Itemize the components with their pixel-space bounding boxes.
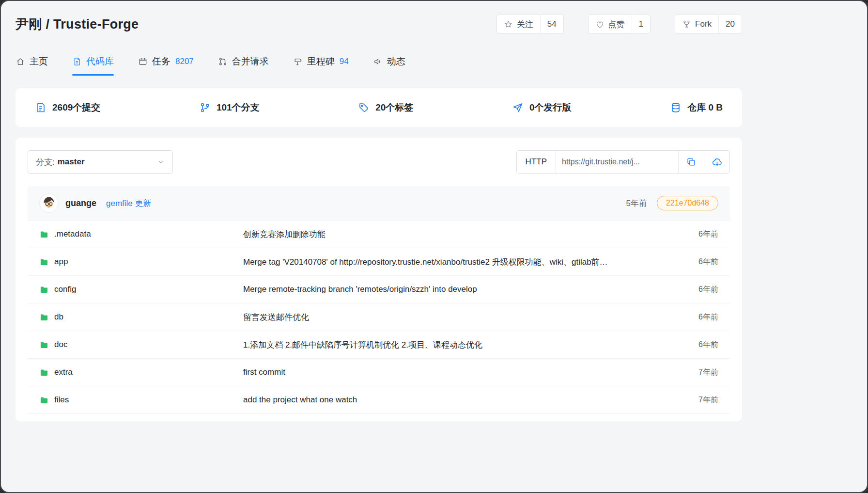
commit-sha-badge[interactable]: 221e70d648 bbox=[657, 196, 718, 210]
tab-milestones[interactable]: 里程碑 94 bbox=[293, 55, 349, 76]
table-row[interactable]: db 留言发送邮件优化 6年前 bbox=[28, 303, 730, 331]
tab-merge-requests[interactable]: 合并请求 bbox=[218, 55, 269, 76]
file-commit-time: 7年前 bbox=[684, 367, 718, 378]
stat-tags-label: 20个标签 bbox=[375, 101, 413, 114]
avatar-image bbox=[39, 193, 59, 213]
fork-icon bbox=[682, 20, 691, 29]
file-name-link[interactable]: extra bbox=[54, 367, 73, 377]
fork-label: Fork bbox=[695, 19, 712, 29]
table-row[interactable]: app Merge tag 'V20140708' of http://repo… bbox=[28, 248, 730, 275]
clone-url-field[interactable]: https://git.trustie.net/j... bbox=[556, 151, 679, 173]
stat-commits[interactable]: 2609个提交 bbox=[35, 101, 100, 114]
folder-icon bbox=[39, 340, 49, 350]
folder-icon bbox=[39, 285, 49, 294]
tab-code[interactable]: 代码库 bbox=[72, 55, 114, 76]
file-commit-time: 6年前 bbox=[684, 229, 718, 239]
file-commit-time: 6年前 bbox=[684, 312, 718, 322]
header-actions: 关注 54 点赞 1 Fork 20 bbox=[496, 15, 742, 34]
praise-button[interactable]: 点赞 1 bbox=[588, 15, 651, 34]
file-name-link[interactable]: db bbox=[54, 312, 63, 322]
tab-milestones-label: 里程碑 bbox=[307, 55, 335, 68]
watch-count[interactable]: 54 bbox=[540, 15, 563, 33]
folder-icon bbox=[39, 312, 49, 322]
branch-selector[interactable]: 分支: master bbox=[28, 150, 173, 174]
page-content: 尹刚 / Trustie-Forge 关注 54 点赞 1 bbox=[16, 1, 742, 421]
file-commit-message[interactable]: 1.添加文档 2.邮件中缺陷序号计算机制优化 2.项目、课程动态优化 bbox=[243, 339, 684, 350]
tab-activity-label: 动态 bbox=[387, 55, 405, 68]
commit-message-link[interactable]: gemfile 更新 bbox=[106, 198, 152, 209]
clone-url-group: HTTP https://git.trustie.net/j... bbox=[516, 150, 730, 174]
stat-tags[interactable]: 20个标签 bbox=[358, 101, 413, 114]
home-icon bbox=[16, 57, 25, 66]
tab-tasks[interactable]: 任务 8207 bbox=[138, 55, 194, 76]
table-row[interactable]: files add the project what one watch 7年前 bbox=[28, 386, 730, 413]
tasks-icon bbox=[138, 57, 148, 66]
tab-tasks-label: 任务 bbox=[152, 55, 170, 68]
latest-commit-bar: guange gemfile 更新 5年前 221e70d648 bbox=[28, 186, 730, 220]
file-commit-time: 6年前 bbox=[684, 340, 718, 350]
repo-tabs: 主页 代码库 任务 8207 合并请求 里程碑 94 动态 bbox=[16, 55, 742, 76]
merge-request-icon bbox=[218, 57, 228, 66]
file-commit-message[interactable]: Merge remote-tracking branch 'remotes/or… bbox=[243, 285, 684, 294]
branch-selector-label: 分支: bbox=[36, 157, 55, 168]
commit-author-link[interactable]: guange bbox=[65, 198, 96, 208]
file-commit-message[interactable]: Merge tag 'V20140708' of http://reposito… bbox=[243, 256, 684, 268]
table-row[interactable]: extra first commit 7年前 bbox=[28, 358, 730, 386]
repo-toolbar: 分支: master HTTP https://git.trustie.net/… bbox=[28, 150, 730, 174]
file-commit-message[interactable]: 留言发送邮件优化 bbox=[243, 312, 684, 323]
watch-button[interactable]: 关注 54 bbox=[496, 15, 564, 34]
database-icon bbox=[670, 102, 682, 113]
stat-branches[interactable]: 101个分支 bbox=[199, 101, 260, 114]
file-name-link[interactable]: config bbox=[54, 285, 76, 294]
table-row[interactable]: config Merge remote-tracking branch 'rem… bbox=[28, 275, 730, 303]
release-plane-icon bbox=[512, 102, 524, 113]
tab-tasks-count: 8207 bbox=[175, 57, 194, 66]
praise-count[interactable]: 1 bbox=[632, 15, 650, 33]
file-commit-time: 7年前 bbox=[684, 395, 718, 405]
page-header: 尹刚 / Trustie-Forge 关注 54 点赞 1 bbox=[16, 1, 742, 34]
tag-icon bbox=[358, 102, 370, 113]
watch-label: 关注 bbox=[517, 19, 533, 30]
tab-activity[interactable]: 动态 bbox=[373, 55, 405, 76]
heart-icon bbox=[595, 20, 604, 29]
file-commit-message[interactable]: first commit bbox=[243, 367, 684, 377]
tab-milestones-count: 94 bbox=[340, 57, 349, 66]
table-row[interactable]: .metadata 创新竞赛添加删除功能 6年前 bbox=[28, 220, 730, 248]
file-name-link[interactable]: app bbox=[54, 257, 68, 267]
copy-url-button[interactable] bbox=[679, 151, 704, 173]
folder-icon bbox=[39, 395, 49, 405]
file-name-link[interactable]: .metadata bbox=[54, 229, 91, 239]
milestone-icon bbox=[293, 57, 303, 66]
code-repo-icon bbox=[72, 57, 82, 66]
stat-releases[interactable]: 0个发行版 bbox=[512, 101, 572, 114]
file-commit-time: 6年前 bbox=[684, 257, 718, 267]
app-window: 尹刚 / Trustie-Forge 关注 54 点赞 1 bbox=[0, 0, 868, 493]
file-name-link[interactable]: doc bbox=[54, 340, 67, 350]
tab-home[interactable]: 主页 bbox=[16, 55, 48, 76]
avatar[interactable] bbox=[39, 193, 59, 213]
repo-browser-card: 分支: master HTTP https://git.trustie.net/… bbox=[16, 138, 742, 421]
stat-repo-size[interactable]: 仓库 0 B bbox=[670, 101, 723, 114]
table-row-partial[interactable] bbox=[28, 413, 730, 421]
page-title: 尹刚 / Trustie-Forge bbox=[16, 16, 139, 33]
stat-branches-label: 101个分支 bbox=[217, 101, 260, 114]
tab-home-label: 主页 bbox=[30, 55, 48, 68]
file-commit-time: 6年前 bbox=[684, 285, 718, 295]
branch-icon bbox=[199, 102, 211, 113]
protocol-select[interactable]: HTTP bbox=[517, 151, 556, 173]
fork-count[interactable]: 20 bbox=[718, 15, 742, 33]
tab-merge-requests-label: 合并请求 bbox=[232, 55, 269, 68]
folder-icon bbox=[39, 367, 49, 377]
copy-icon bbox=[686, 157, 697, 167]
table-row[interactable]: doc 1.添加文档 2.邮件中缺陷序号计算机制优化 2.项目、课程动态优化 6… bbox=[28, 331, 730, 358]
branch-selector-value: master bbox=[58, 157, 85, 167]
file-name-link[interactable]: files bbox=[54, 395, 69, 405]
repo-stats-bar: 2609个提交 101个分支 20个标签 0个发行版 仓库 0 B bbox=[16, 88, 742, 127]
commit-time: 5年前 bbox=[626, 198, 647, 209]
file-commit-message[interactable]: 创新竞赛添加删除功能 bbox=[243, 229, 684, 240]
file-commit-message[interactable]: add the project what one watch bbox=[243, 395, 684, 405]
fork-button[interactable]: Fork 20 bbox=[675, 15, 742, 34]
download-button[interactable] bbox=[704, 151, 729, 173]
activity-speaker-icon bbox=[373, 57, 383, 66]
praise-label: 点赞 bbox=[608, 19, 625, 30]
